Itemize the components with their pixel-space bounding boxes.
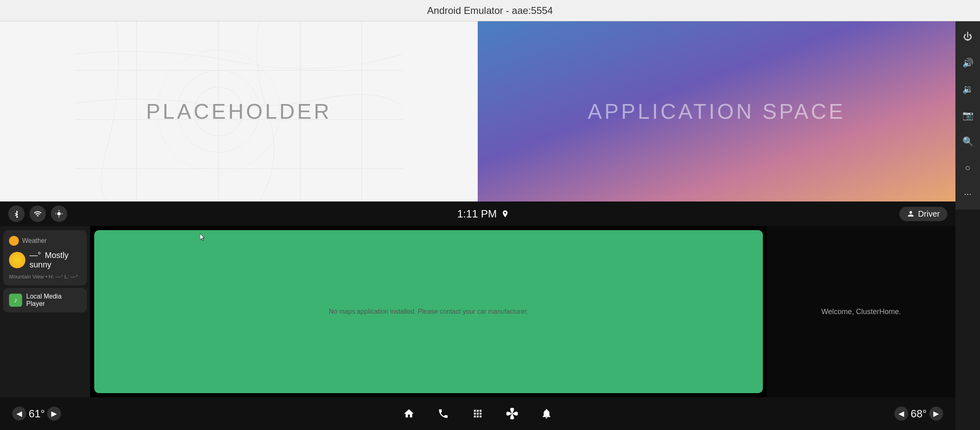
status-left <box>8 206 67 222</box>
bell-nav-icon[interactable] <box>538 405 556 423</box>
volume-down-icon[interactable]: 🔉 <box>960 82 975 97</box>
fan-nav-icon[interactable] <box>503 405 521 423</box>
weather-sun-icon <box>9 236 19 246</box>
weather-sun-large <box>9 252 25 268</box>
placeholder-label: PLACEHOLDER <box>146 99 331 124</box>
content-row: Weather —° Mostly sunny Mountain View • … <box>0 226 955 397</box>
driver-label: Driver <box>918 209 940 219</box>
location-icon <box>501 210 509 218</box>
weather-card[interactable]: Weather —° Mostly sunny Mountain View • … <box>3 230 87 285</box>
bluetooth-icon[interactable] <box>8 206 25 222</box>
volume-up-icon[interactable]: 🔊 <box>960 56 975 70</box>
media-label: Local Media Player <box>26 293 81 308</box>
notification-panel: Weather —° Mostly sunny Mountain View • … <box>0 226 90 397</box>
weather-condition: —° Mostly sunny <box>29 251 81 269</box>
brightness-icon[interactable] <box>51 206 67 222</box>
title-text: Android Emulator - aae:5554 <box>427 5 553 16</box>
nav-right: ◀ 68° ▶ <box>894 407 943 421</box>
nav-left: ◀ 61° ▶ <box>12 407 61 421</box>
left-panel: PLACEHOLDER <box>0 21 478 201</box>
main-content: PLACEHOLDER APPLICATION SPACE <box>0 21 955 201</box>
more-icon[interactable]: ··· <box>960 187 975 201</box>
right-panel: APPLICATION SPACE <box>478 21 955 201</box>
circle-icon[interactable]: ○ <box>960 161 975 175</box>
android-auto-area: 1:11 PM Driver Weather <box>0 201 955 430</box>
media-card[interactable]: ♪ Local Media Player <box>3 288 87 312</box>
nav-center <box>400 405 556 423</box>
camera-icon[interactable]: 📷 <box>960 108 975 123</box>
zoom-icon[interactable]: 🔍 <box>960 134 975 149</box>
weather-label: Weather <box>22 237 47 244</box>
title-bar: Android Emulator - aae:5554 <box>0 0 980 21</box>
weather-header: Weather <box>9 236 81 246</box>
status-right: Driver <box>899 207 947 221</box>
wifi-icon[interactable] <box>29 206 46 222</box>
weather-main: —° Mostly sunny <box>9 251 81 269</box>
side-toolbar: ⏻ 🔊 🔉 📷 🔍 ○ ··· <box>955 21 980 210</box>
grid-nav-icon[interactable] <box>469 405 487 423</box>
temp-left-decrease[interactable]: ◀ <box>12 407 26 421</box>
cluster-area: Welcome, ClusterHome. <box>767 226 955 397</box>
temp-left-increase[interactable]: ▶ <box>47 407 61 421</box>
application-space-label: APPLICATION SPACE <box>588 99 846 124</box>
home-nav-icon[interactable] <box>400 405 418 423</box>
phone-nav-icon[interactable] <box>434 405 452 423</box>
cluster-welcome: Welcome, ClusterHome. <box>821 308 901 316</box>
weather-condition-group: —° Mostly sunny <box>29 251 81 269</box>
temp-right-decrease[interactable]: ◀ <box>894 407 908 421</box>
map-message: No maps application installed. Please co… <box>329 308 528 315</box>
time-display: 1:11 PM <box>457 208 497 220</box>
weather-temp: —° <box>29 251 41 260</box>
status-center: 1:11 PM <box>457 208 509 220</box>
nav-bar: ◀ 61° ▶ <box>0 397 955 430</box>
temp-right-value: 68° <box>911 407 927 420</box>
media-icon: ♪ <box>9 294 22 307</box>
temp-right-increase[interactable]: ▶ <box>929 407 943 421</box>
power-icon[interactable]: ⏻ <box>960 29 975 44</box>
weather-location: Mountain View • H: —° L: —° <box>9 274 81 280</box>
status-bar: 1:11 PM Driver <box>0 201 955 226</box>
temp-left-value: 61° <box>29 407 45 420</box>
driver-button[interactable]: Driver <box>899 207 947 221</box>
map-area: No maps application installed. Please co… <box>94 230 763 393</box>
